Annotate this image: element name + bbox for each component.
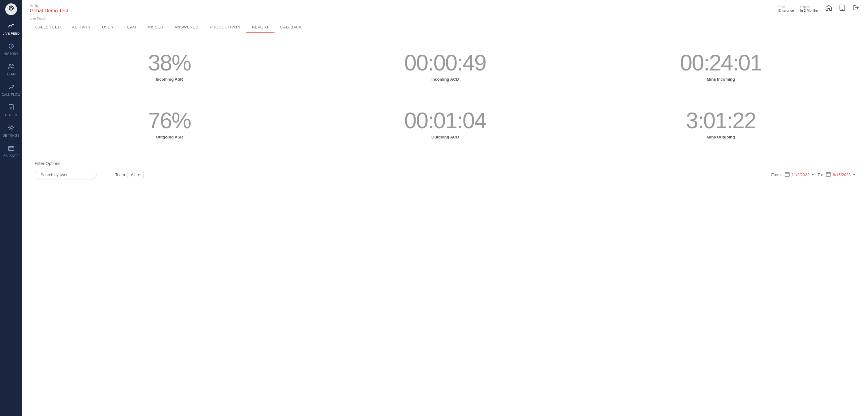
team-dropdown[interactable]: All ▼ [127, 171, 144, 179]
stat-mins-outgoing: 3:01:22 Mins Outgoing [586, 100, 856, 149]
svg-point-1 [9, 64, 11, 66]
sidebar-item-label-dialer: DIALER [5, 113, 17, 117]
sidebar: LIVE FEED HISTORY TEAM [0, 0, 22, 416]
svg-point-5 [11, 106, 11, 106]
tablet-button[interactable] [838, 3, 847, 14]
from-date-input[interactable]: 11/2/2022 ▼ [785, 172, 814, 178]
team-filter-label: Team [115, 172, 125, 177]
svg-rect-12 [9, 149, 10, 149]
header-icons [824, 3, 861, 14]
dialer-icon [8, 104, 14, 112]
settings-icon [8, 124, 14, 133]
plan-info: Plan Enterprise Expire In 2 Months [778, 5, 818, 12]
from-date-arrow-icon: ▼ [811, 173, 814, 176]
tab-productivity[interactable]: PRODUCTIVITY [204, 22, 246, 33]
date-filter: From: 11/2/2022 ▼ To: [771, 172, 856, 178]
svg-point-9 [12, 107, 12, 108]
expire-value: In 2 Months [800, 9, 818, 12]
svg-rect-16 [826, 172, 831, 176]
plan-value: Enterprise [778, 9, 794, 12]
tab-activity[interactable]: ACTIVITY [66, 22, 96, 33]
live-feed-icon [8, 22, 14, 31]
sidebar-item-label-history: HISTORY [4, 52, 19, 56]
to-date-value: 6/16/2023 [833, 172, 851, 177]
tab-user[interactable]: USER [96, 22, 119, 33]
mins-outgoing-label: Mins Outgoing [707, 135, 735, 139]
logout-button[interactable] [851, 3, 861, 14]
plan-block: Plan Enterprise [778, 5, 794, 12]
tab-answered[interactable]: ANSWERED [169, 22, 204, 33]
expire-block: Expire In 2 Months [800, 5, 818, 12]
svg-rect-15 [785, 172, 789, 176]
outgoing-asr-value: 76% [148, 109, 191, 132]
team-dropdown-value: All [131, 172, 135, 177]
tabs: CALLS FEED ACTIVITY USER TEAM MISSED ANS… [30, 22, 861, 33]
calendar-to-icon [826, 172, 831, 178]
history-icon [8, 43, 14, 51]
incoming-acd-label: Incoming ACD [431, 77, 459, 81]
stat-incoming-asr: 38% Incoming ASR [35, 42, 304, 91]
sidebar-item-live-feed[interactable]: LIVE FEED [0, 19, 22, 39]
home-button[interactable] [824, 3, 833, 14]
balance-icon [8, 145, 14, 153]
incoming-asr-label: Incoming ASR [156, 77, 183, 81]
tab-callback[interactable]: CALLBACK [275, 22, 307, 33]
from-label: From: [771, 172, 782, 177]
sidebar-item-settings[interactable]: SETTINGS [0, 120, 22, 141]
header-left: Hello, Gobal-Demo Test [30, 4, 68, 13]
tab-missed[interactable]: MISSED [142, 22, 169, 33]
logo-icon [5, 3, 17, 15]
mins-incoming-value: 00:24:01 [680, 51, 762, 74]
sidebar-item-label-balance: BALANCE [3, 154, 19, 158]
sidebar-logo [0, 0, 22, 19]
sidebar-item-balance[interactable]: BALANCE [0, 141, 22, 161]
filter-title: Filter Options [35, 161, 856, 166]
header-name: Gobal-Demo Test [30, 8, 68, 13]
date-separator: To: [817, 172, 823, 177]
svg-point-14 [842, 9, 843, 10]
header-right: Plan Enterprise Expire In 2 Months [778, 3, 861, 14]
sidebar-item-label-call-flow: CALL FLOW [2, 93, 21, 97]
svg-point-8 [11, 107, 11, 108]
sidebar-item-label-live-feed: LIVE FEED [2, 32, 20, 35]
plan-label: Plan [778, 5, 794, 9]
stat-outgoing-asr: 76% Outgoing ASR [35, 100, 304, 149]
header-hello: Hello, [30, 4, 68, 8]
svg-point-6 [12, 106, 12, 106]
call-flow-icon [8, 83, 14, 92]
tab-team[interactable]: TEAM [119, 22, 142, 33]
search-input[interactable] [35, 170, 97, 180]
incoming-acd-value: 00:00:49 [404, 51, 486, 74]
incoming-asr-value: 38% [148, 51, 191, 74]
sidebar-item-history[interactable]: HISTORY [0, 39, 22, 59]
mins-outgoing-value: 3:01:22 [686, 109, 756, 132]
stat-outgoing-acd: 00:01:04 Outgoing ACD [310, 100, 580, 149]
main-content: Hello, Gobal-Demo Test Plan Enterprise E… [22, 0, 868, 416]
team-icon [8, 63, 14, 71]
svg-point-10 [10, 127, 12, 129]
tab-calls-feed[interactable]: CALLS FEED [30, 22, 66, 33]
sidebar-item-label-settings: SETTINGS [3, 134, 20, 137]
sidebar-item-dialer[interactable]: DIALER [0, 100, 22, 120]
sidebar-item-call-flow[interactable]: CALL FLOW [0, 80, 22, 100]
svg-point-4 [10, 106, 10, 106]
tab-report[interactable]: REPORT [246, 22, 275, 33]
team-select: Team All ▼ [115, 171, 144, 179]
outgoing-acd-label: Outgoing ACD [431, 135, 459, 139]
svg-point-2 [12, 65, 13, 66]
stats-grid: 38% Incoming ASR 00:00:49 Incoming ACD 0… [35, 42, 856, 149]
from-date-value: 11/2/2022 [792, 172, 809, 177]
to-date-arrow-icon: ▼ [852, 173, 856, 176]
to-date-input[interactable]: 6/16/2023 ▼ [826, 172, 856, 178]
outgoing-asr-label: Outgoing ASR [156, 135, 183, 139]
mins-incoming-label: Mins Incoming [707, 77, 735, 81]
stat-mins-incoming: 00:24:01 Mins Incoming [586, 42, 856, 91]
svg-point-7 [10, 107, 10, 108]
stat-incoming-acd: 00:00:49 Incoming ACD [310, 42, 580, 91]
sidebar-item-team[interactable]: TEAM [0, 59, 22, 80]
sidebar-item-label-team: TEAM [6, 73, 16, 76]
chevron-down-icon: ▼ [137, 173, 140, 176]
header: Hello, Gobal-Demo Test Plan Enterprise E… [22, 0, 868, 14]
expire-label: Expire [800, 5, 818, 9]
nav-section: Live Feed CALLS FEED ACTIVITY USER TEAM … [22, 14, 868, 33]
